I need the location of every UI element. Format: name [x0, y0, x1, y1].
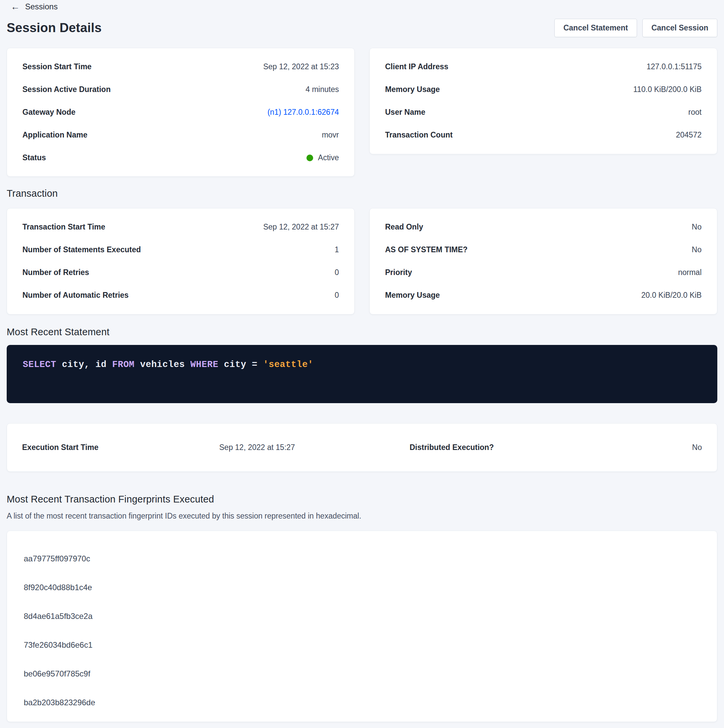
sql-string-literal: 'seattle': [263, 359, 313, 370]
session-summary-card-left: Session Start Time Sep 12, 2022 at 15:23…: [7, 48, 355, 177]
row-value: 4 minutes: [305, 85, 339, 95]
statement-section-heading: Most Recent Statement: [7, 327, 717, 338]
sql-text: vehicles: [135, 359, 190, 370]
row-label: Session Start Time: [22, 62, 92, 72]
sql-text: city =: [219, 359, 263, 370]
summary-row-memory-usage: Memory Usage 110.0 KiB/200.0 KiB: [385, 78, 702, 101]
transaction-row-memory-usage: Memory Usage 20.0 KiB/20.0 KiB: [385, 284, 702, 307]
row-label: Session Active Duration: [22, 85, 111, 95]
execution-start-time-value: Sep 12, 2022 at 15:27: [219, 443, 410, 452]
row-label: Status: [22, 153, 46, 163]
transaction-card-right: Read Only No AS OF SYSTEM TIME? No Prior…: [369, 208, 717, 315]
row-value: 1: [335, 245, 339, 255]
page-header: Session Details Cancel Statement Cancel …: [7, 19, 717, 37]
execution-summary-card: Execution Start Time Sep 12, 2022 at 15:…: [7, 423, 717, 472]
session-summary-card-right: Client IP Address 127.0.0.1:51175 Memory…: [369, 48, 717, 154]
summary-row-transaction-count: Transaction Count 204572: [385, 124, 702, 147]
summary-row-client-ip: Client IP Address 127.0.0.1:51175: [385, 55, 702, 78]
transaction-row-priority: Priority normal: [385, 261, 702, 284]
row-label: Number of Retries: [22, 268, 89, 278]
transaction-row-statements-executed: Number of Statements Executed 1: [22, 239, 339, 261]
row-label: Transaction Count: [385, 130, 453, 140]
page-title: Session Details: [7, 21, 102, 35]
fingerprint-item: be06e9570f785c9f: [24, 659, 702, 688]
back-arrow-icon: ←: [11, 2, 20, 11]
row-value: 0: [335, 291, 339, 300]
fingerprint-item: 73fe26034bd6e6c1: [24, 631, 702, 659]
transaction-row-read-only: Read Only No: [385, 216, 702, 239]
fingerprint-item: ba2b203b823296de: [24, 688, 702, 717]
row-value: 127.0.0.1:51175: [646, 62, 702, 72]
cancel-session-button[interactable]: Cancel Session: [642, 19, 717, 37]
row-label: Number of Statements Executed: [22, 245, 141, 255]
status-text: Active: [318, 153, 339, 163]
transaction-row-as-of-system-time: AS OF SYSTEM TIME? No: [385, 239, 702, 261]
distributed-execution-label: Distributed Execution?: [410, 443, 553, 452]
transaction-row-automatic-retries: Number of Automatic Retries 0: [22, 284, 339, 307]
breadcrumb-label: Sessions: [25, 2, 58, 11]
row-label: AS OF SYSTEM TIME?: [385, 245, 468, 255]
summary-row-application-name: Application Name movr: [22, 124, 339, 147]
row-label: Gateway Node: [22, 107, 76, 118]
fingerprint-item: 8d4ae61a5fb3ce2a: [24, 602, 702, 631]
row-value: movr: [322, 130, 339, 140]
fingerprint-item: 8f920c40d88b1c4e: [24, 573, 702, 602]
cancel-statement-button[interactable]: Cancel Statement: [554, 19, 637, 37]
sql-keyword: SELECT: [23, 359, 56, 370]
row-value: normal: [678, 268, 702, 278]
row-value: 20.0 KiB/20.0 KiB: [641, 291, 702, 300]
distributed-execution-value: No: [692, 443, 702, 452]
sql-keyword: FROM: [112, 359, 135, 370]
fingerprints-section-heading: Most Recent Transaction Fingerprints Exe…: [7, 494, 717, 505]
row-label: Application Name: [22, 130, 87, 140]
gateway-node-link[interactable]: (n1) 127.0.0.1:62674: [267, 107, 339, 118]
row-value: Sep 12, 2022 at 15:23: [263, 62, 339, 72]
fingerprints-description: A list of the most recent transaction fi…: [7, 512, 717, 521]
transaction-section-heading: Transaction: [7, 188, 717, 199]
breadcrumb-back-sessions[interactable]: ← Sessions: [7, 0, 58, 11]
transaction-cards-row: Transaction Start Time Sep 12, 2022 at 1…: [7, 208, 717, 315]
session-details-page: ← Sessions Session Details Cancel Statem…: [0, 0, 724, 725]
row-label: User Name: [385, 107, 425, 118]
summary-row-session-start-time: Session Start Time Sep 12, 2022 at 15:23: [22, 55, 339, 78]
row-label: Client IP Address: [385, 62, 448, 72]
row-label: Memory Usage: [385, 291, 440, 300]
row-value: 110.0 KiB/200.0 KiB: [633, 85, 702, 95]
row-value: 204572: [676, 130, 702, 140]
row-label: Memory Usage: [385, 85, 440, 95]
row-value: No: [692, 222, 702, 232]
row-label: Read Only: [385, 222, 423, 232]
row-value: No: [692, 245, 702, 255]
sql-text: city, id: [56, 359, 112, 370]
transaction-row-retries: Number of Retries 0: [22, 261, 339, 284]
session-summary-row: Session Start Time Sep 12, 2022 at 15:23…: [7, 48, 717, 177]
summary-row-gateway-node: Gateway Node (n1) 127.0.0.1:62674: [22, 101, 339, 124]
execution-start-time-label: Execution Start Time: [22, 443, 219, 452]
sql-keyword: WHERE: [190, 359, 219, 370]
header-actions: Cancel Statement Cancel Session: [554, 19, 717, 37]
row-label: Priority: [385, 268, 412, 278]
row-label: Transaction Start Time: [22, 222, 106, 232]
fingerprint-item: aa79775ff097970c: [24, 544, 702, 573]
summary-row-user-name: User Name root: [385, 101, 702, 124]
sql-statement-box: SELECT city, id FROM vehicles WHERE city…: [7, 345, 717, 403]
row-value: Sep 12, 2022 at 15:27: [263, 222, 339, 232]
transaction-row-start-time: Transaction Start Time Sep 12, 2022 at 1…: [22, 216, 339, 239]
summary-row-session-active-duration: Session Active Duration 4 minutes: [22, 78, 339, 101]
row-value: 0: [335, 268, 339, 278]
summary-row-status: Status Active: [22, 147, 339, 169]
row-value: root: [688, 107, 702, 118]
transaction-card-left: Transaction Start Time Sep 12, 2022 at 1…: [7, 208, 355, 315]
status-badge: Active: [306, 153, 339, 163]
row-label: Number of Automatic Retries: [22, 291, 129, 300]
status-active-dot-icon: [306, 154, 313, 161]
fingerprints-card: aa79775ff097970c 8f920c40d88b1c4e 8d4ae6…: [7, 531, 717, 722]
